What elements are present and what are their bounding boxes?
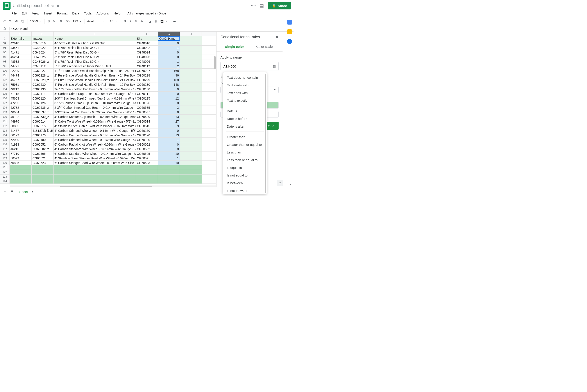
cell[interactable]: 4" Carbon Knotted Cup Brush - 0.020mm Wi… xyxy=(54,115,136,119)
cell[interactable]: CG48026_z xyxy=(32,60,54,64)
menu-insert[interactable]: Insert xyxy=(42,10,54,16)
cell[interactable]: 168 xyxy=(158,78,180,82)
currency-button[interactable]: $ xyxy=(46,18,51,24)
drive-status[interactable]: All changes saved in Drive xyxy=(126,10,168,16)
row-header[interactable]: 108 xyxy=(0,106,10,110)
cell[interactable] xyxy=(180,152,202,156)
cell[interactable]: 10 xyxy=(158,161,180,165)
fill-color-button[interactable]: ◢ xyxy=(147,18,153,24)
menu-add-ons[interactable]: Add-ons xyxy=(95,10,111,16)
cell[interactable]: 41993 xyxy=(10,142,32,147)
col-header-E[interactable]: E xyxy=(54,32,136,36)
cell[interactable]: 5" x 7/8" Resin Fiber Disc 80 Grit xyxy=(54,60,136,64)
cell[interactable]: 52782 xyxy=(10,106,32,110)
dropdown-option[interactable]: Less than or equal to xyxy=(223,156,267,164)
cell[interactable]: CG60514 xyxy=(136,119,158,124)
cell[interactable]: 46215 xyxy=(10,147,32,151)
dropdown-option[interactable]: Less than xyxy=(223,148,267,156)
cell[interactable]: 1 xyxy=(158,156,180,160)
cell[interactable] xyxy=(180,92,202,96)
cell[interactable]: 3/4" Carbon Knotted End Brush - 0.014mm … xyxy=(54,87,136,92)
star-icon[interactable]: ☆ xyxy=(51,3,55,8)
header-cell[interactable]: QtyOnHand xyxy=(158,36,180,41)
cell[interactable]: CG60125 xyxy=(136,96,158,101)
row-header[interactable]: 124 xyxy=(0,179,10,184)
cell[interactable]: CG60126 xyxy=(32,101,54,105)
header-cell[interactable] xyxy=(180,36,202,41)
cell[interactable]: CG60539 xyxy=(136,115,158,119)
tab-single-color[interactable]: Single color xyxy=(220,42,250,51)
cell[interactable]: 5" x 7/8" Resin Fiber Disc 36 Grit xyxy=(54,46,136,50)
row-header[interactable]: 115 xyxy=(0,138,10,142)
row-header[interactable]: 103 xyxy=(0,82,10,87)
cell[interactable] xyxy=(180,46,202,50)
strike-button[interactable]: S xyxy=(134,18,139,24)
col-header-G[interactable]: G xyxy=(158,32,180,36)
menu-edit[interactable]: Edit xyxy=(20,10,29,16)
dropdown-option[interactable]: Greater than or equal to xyxy=(223,141,267,148)
cell[interactable]: 44771 xyxy=(10,64,32,68)
cell[interactable]: CG60521 xyxy=(136,156,158,160)
cell[interactable] xyxy=(180,41,202,46)
cell[interactable]: 2 xyxy=(158,64,180,68)
cell[interactable]: 1 xyxy=(158,60,180,64)
cell[interactable]: 148 xyxy=(158,82,180,87)
cell[interactable]: CG60535_z xyxy=(32,106,54,110)
cell[interactable]: 45603 xyxy=(10,96,32,101)
cell[interactable]: 46004 xyxy=(10,110,32,114)
cell[interactable]: CG60523 xyxy=(32,161,54,165)
cell[interactable] xyxy=(180,138,202,142)
cell[interactable] xyxy=(32,165,54,170)
cell[interactable] xyxy=(180,68,202,73)
cell[interactable]: 4-1/2" x 7/8" Resin Fiber Disc 80 Grit xyxy=(54,41,136,46)
cell[interactable]: 4" Pure Bristle Wood Handle Chip Paint B… xyxy=(54,82,136,87)
cell[interactable]: 6" Carbon Stringer Bead Wire Wheel - 0.0… xyxy=(54,161,136,165)
cell[interactable]: CG60229_z xyxy=(32,78,54,82)
cell[interactable] xyxy=(180,64,202,68)
formula-bar[interactable]: QtyOnHand xyxy=(10,27,28,30)
row-header[interactable]: 110 xyxy=(0,115,10,119)
cell[interactable]: 12 xyxy=(158,96,180,101)
row-header[interactable]: 117 xyxy=(0,147,10,151)
cell[interactable]: 41471 xyxy=(10,50,32,54)
row-header[interactable]: 98 xyxy=(0,60,10,64)
cell[interactable] xyxy=(180,179,202,184)
cell[interactable]: 42618 xyxy=(10,41,32,46)
cell[interactable]: CG60505 xyxy=(136,152,158,156)
cell[interactable]: CG60521 xyxy=(32,156,54,160)
text-color-button[interactable]: A xyxy=(139,18,145,24)
cell[interactable]: 1 xyxy=(158,46,180,50)
cell[interactable]: 0 xyxy=(158,92,180,96)
cell[interactable]: 3-1/2" Carbon Crimp Cup Brush - 0.014mm … xyxy=(54,101,136,105)
cell[interactable]: 4" Carbon Standard Wire Wheel - 0.014mm … xyxy=(54,147,136,151)
cell[interactable]: CG60170 xyxy=(136,133,158,138)
cell[interactable]: 0 xyxy=(158,87,180,92)
cell[interactable] xyxy=(180,142,202,147)
cell[interactable]: CG60228 xyxy=(136,73,158,78)
cell[interactable]: 2-3/4" Carbon Knotted Cup Brush - 0.014m… xyxy=(54,106,136,110)
bold-button[interactable]: B xyxy=(122,18,128,24)
cell[interactable]: CG48026 xyxy=(136,60,158,64)
doc-title[interactable]: Untitled spreadsheet xyxy=(13,4,49,8)
row-header[interactable]: 104 xyxy=(0,87,10,92)
cell[interactable]: 8 xyxy=(158,147,180,151)
col-header-D[interactable]: D xyxy=(32,32,54,36)
cell[interactable]: 5" Carbon Crimp Cup Brush - 0.020mm Wire… xyxy=(54,92,136,96)
cell[interactable] xyxy=(136,179,158,184)
calendar-icon[interactable] xyxy=(287,20,292,24)
comment-icon[interactable]: ▤ xyxy=(260,3,264,8)
cell[interactable]: CG48112 xyxy=(136,64,158,68)
cell[interactable]: CG60229 xyxy=(136,78,158,82)
cell[interactable]: 1 xyxy=(158,138,180,142)
cell[interactable] xyxy=(10,174,32,179)
undo-button[interactable]: ↶ xyxy=(2,18,7,24)
cell[interactable] xyxy=(136,170,158,174)
cell[interactable]: 8" Carbon Crimped Wire Wheel - 0.014mm W… xyxy=(54,138,136,142)
cell[interactable]: CG60180 xyxy=(32,138,54,142)
cell[interactable] xyxy=(180,87,202,92)
cell[interactable]: CG48016 xyxy=(136,41,158,46)
cell[interactable]: CG60502 xyxy=(136,147,158,151)
row-header[interactable]: 105 xyxy=(0,92,10,96)
cell[interactable] xyxy=(180,96,202,101)
row-header[interactable]: 112 xyxy=(0,124,10,128)
